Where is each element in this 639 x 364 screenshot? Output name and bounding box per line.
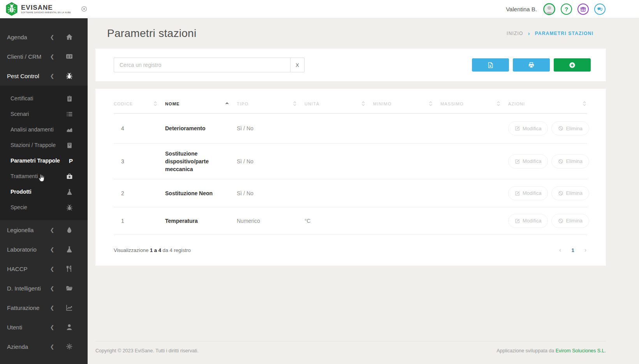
cell-tipo: Sì / No — [237, 158, 305, 164]
sidebar-item-label: Agenda — [7, 34, 48, 40]
user-icon — [66, 324, 73, 331]
edit-icon — [515, 159, 520, 164]
cell-nome: Sostituzione Neon — [165, 189, 237, 197]
sidebar-item-d-intelligenti[interactable]: D. Intelligenti ❮ — [0, 278, 88, 298]
column-header-tipo[interactable]: TIPO — [237, 101, 305, 107]
sidebar-item-haccp[interactable]: HACCP ❮ — [0, 259, 88, 278]
sort-icon — [361, 101, 365, 107]
print-button[interactable] — [513, 58, 550, 72]
breadcrumb-home[interactable]: INIZIO — [507, 31, 523, 36]
delete-button[interactable]: Elimina — [551, 214, 589, 228]
id-card-icon — [66, 53, 73, 60]
page-title: Parametri stazioni — [107, 27, 196, 40]
sort-icon — [496, 101, 500, 107]
ban-icon — [558, 191, 563, 196]
chevron-left-icon: ❮ — [48, 305, 56, 311]
main-content: Parametri stazioni INIZIO › PARAMETRI ST… — [88, 18, 639, 364]
gift-icon[interactable] — [577, 4, 589, 15]
help-icon[interactable]: ? — [561, 4, 572, 15]
delete-button[interactable]: Elimina — [551, 121, 589, 135]
line-chart-icon — [66, 304, 73, 311]
sidebar-item-trattamenti[interactable]: Trattamenti — [0, 168, 88, 184]
add-record-button[interactable] — [554, 58, 591, 72]
developed-by: Applicazione sviluppata da Evirom Soluci… — [496, 348, 606, 364]
cell-nome: Sostituzione dispositivo/parte meccanica — [165, 150, 237, 173]
column-header-massimo[interactable]: MASSIMO — [440, 101, 508, 107]
edit-button[interactable]: Modifica — [508, 186, 548, 200]
bug-icon — [66, 204, 73, 211]
sidebar-item-prodotti[interactable]: Prodotti — [0, 184, 88, 200]
edit-icon — [515, 218, 520, 224]
chevron-left-icon: ❮ — [48, 54, 56, 60]
chat-icon[interactable] — [594, 4, 606, 15]
sort-asc-icon — [225, 101, 229, 107]
ban-icon — [558, 126, 563, 131]
breadcrumb-current: PARAMETRI STAZIONI — [535, 31, 593, 36]
pagination: ‹ 1 › — [559, 247, 586, 254]
sidebar-item-agenda[interactable]: Agenda ❮ — [0, 27, 88, 47]
column-header-nome[interactable]: NOME — [165, 101, 237, 107]
sidebar-item-specie[interactable]: Specie — [0, 200, 88, 215]
column-header-codice[interactable]: CODICE — [114, 101, 165, 107]
pagination-prev-icon[interactable]: ‹ — [559, 247, 561, 254]
cell-unita: °C — [305, 218, 373, 224]
flask-icon — [66, 246, 73, 253]
breadcrumb: INIZIO › PARAMETRI STAZIONI — [507, 30, 593, 37]
edit-icon — [515, 126, 520, 131]
pest-control-submenu: Certificati Scenari Analisi andamenti St… — [0, 86, 88, 220]
table-row: 3 Sostituzione dispositivo/parte meccani… — [114, 144, 587, 179]
column-header-unita[interactable]: UNITÀ — [305, 101, 373, 107]
table-row: 2 Sostituzione Neon Sì / No Modifica Eli… — [114, 179, 587, 207]
sidebar-item-fatturazione[interactable]: Fatturazione ❮ — [0, 298, 88, 317]
cell-tipo: Sì / No — [237, 125, 305, 131]
brand-logo: EVISANE SOFTWARE SANIDAD AMBIENTAL EN LA… — [5, 2, 71, 16]
edit-button[interactable]: Modifica — [508, 154, 548, 168]
delete-button[interactable]: Elimina — [551, 154, 589, 168]
table-summary: Visualizzazione 1 a 4 da 4 registro — [114, 247, 191, 253]
plus-circle-icon — [569, 62, 576, 68]
sidebar-item-certificati[interactable]: Certificati — [0, 91, 88, 106]
delete-button[interactable]: Elimina — [551, 186, 589, 200]
cell-tipo: Numerico — [237, 218, 305, 224]
edit-button[interactable]: Modifica — [508, 214, 548, 228]
pagination-next-icon[interactable]: › — [584, 247, 586, 254]
sidebar-item-stazioni-trappole[interactable]: Stazioni / Trappole — [0, 137, 88, 153]
search-input[interactable] — [114, 58, 290, 72]
sidebar-item-legionella[interactable]: Legionella ❮ — [0, 220, 88, 240]
column-header-minimo[interactable]: MINIMO — [373, 101, 440, 107]
brand-hexagon-bug-icon — [5, 2, 18, 16]
table-header-row: CODICE NOME TIPO UNITÀ MINIMO MASSIMO — [114, 94, 587, 114]
avatar-person-icon — [543, 3, 555, 15]
user-name: Valentina B. — [506, 6, 537, 12]
sort-icon — [583, 101, 586, 107]
sidebar-item-scenari[interactable]: Scenari — [0, 106, 88, 122]
pagination-page-1[interactable]: 1 — [571, 247, 574, 253]
chevron-right-icon: › — [528, 30, 530, 37]
parameter-p-icon: P — [69, 158, 73, 164]
sidebar: Agenda ❮ Clienti / CRM ❮ Pest Control ❮ … — [0, 18, 88, 364]
user-avatar[interactable] — [543, 3, 555, 15]
sidebar-item-pest-control[interactable]: Pest Control ❮ — [0, 66, 88, 86]
sidebar-item-utenti[interactable]: Utenti ❮ — [0, 317, 88, 337]
sort-icon — [293, 101, 297, 107]
excel-file-icon — [487, 62, 494, 68]
printer-icon — [528, 62, 535, 68]
table-row: 1 Temperatura Numerico °C Modifica Elimi… — [114, 207, 587, 234]
search-clear-button[interactable]: X — [290, 58, 305, 72]
export-excel-button[interactable] — [472, 58, 509, 72]
developer-link[interactable]: Evirom Soluciones S.L. — [556, 348, 606, 354]
area-chart-icon — [66, 126, 73, 133]
cell-nome: Deterioramento — [165, 124, 237, 132]
edit-button[interactable]: Modifica — [508, 121, 548, 135]
cell-codice: 2 — [114, 190, 165, 196]
sidebar-toggle-icon[interactable] — [81, 6, 87, 12]
sidebar-item-azienda[interactable]: Azienda ❮ — [0, 337, 88, 356]
sidebar-item-parametri-trappole[interactable]: Parametri Trappole P — [0, 153, 88, 168]
chevron-left-icon: ❮ — [48, 266, 56, 272]
sidebar-item-clienti-crm[interactable]: Clienti / CRM ❮ — [0, 47, 88, 66]
header-right: Valentina B. ? — [506, 3, 606, 15]
sidebar-item-analisi-andamenti[interactable]: Analisi andamenti — [0, 122, 88, 137]
column-header-azioni[interactable]: AZIONI — [508, 101, 587, 107]
brand-tagline: SOFTWARE SANIDAD AMBIENTAL EN LA NUBE — [21, 12, 71, 14]
sidebar-item-laboratorio[interactable]: Laboratorio ❮ — [0, 240, 88, 259]
